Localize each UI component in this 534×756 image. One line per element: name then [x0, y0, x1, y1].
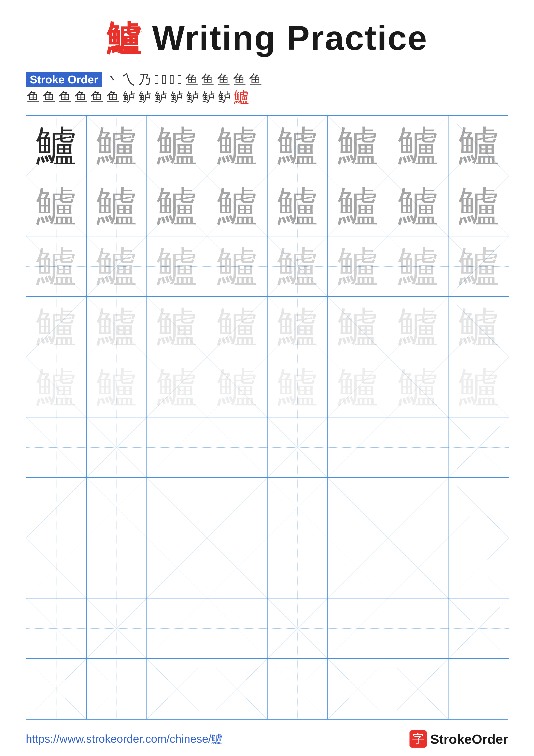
grid-cell[interactable]: [26, 418, 87, 478]
grid-cell[interactable]: [147, 478, 207, 538]
page-title: 鱸 Writing Practice: [106, 17, 428, 59]
grid-cell[interactable]: 鱸: [328, 116, 388, 176]
grid-cell[interactable]: 鱸: [267, 176, 328, 236]
grid-cell[interactable]: [87, 538, 147, 599]
grid-cell[interactable]: 鱸: [26, 357, 87, 418]
grid-cell[interactable]: 鱸: [388, 116, 448, 176]
grid-cell[interactable]: 鱸: [207, 357, 267, 418]
grid-cell[interactable]: [207, 418, 267, 478]
grid-cell[interactable]: [87, 659, 147, 719]
practice-char: 鱸: [448, 176, 509, 236]
grid-cell[interactable]: 鱸: [448, 116, 509, 176]
grid-cell[interactable]: 鱸: [328, 357, 388, 418]
grid-cell[interactable]: 鱸: [87, 297, 147, 357]
grid-cell[interactable]: 鱸: [26, 176, 87, 236]
grid-cell[interactable]: [87, 418, 147, 478]
grid-cell[interactable]: 鱸: [147, 297, 207, 357]
grid-cell[interactable]: [267, 599, 328, 659]
practice-char: 鱸: [328, 116, 388, 176]
grid-cell[interactable]: 鱸: [448, 176, 509, 236]
practice-char: 鱸: [26, 176, 86, 236]
grid-cell[interactable]: 鱸: [26, 116, 87, 176]
grid-cell[interactable]: [448, 418, 509, 478]
grid-cell[interactable]: 鱸: [207, 236, 267, 297]
grid-cell[interactable]: [87, 478, 147, 538]
grid-cell[interactable]: 鱸: [328, 176, 388, 236]
grid-cell[interactable]: 鱸: [147, 116, 207, 176]
stroke-char: 𫠜: [169, 73, 175, 86]
grid-cell[interactable]: [147, 538, 207, 599]
grid-cell[interactable]: [328, 659, 388, 719]
grid-cell[interactable]: 鱸: [207, 116, 267, 176]
grid-cell[interactable]: 鱸: [147, 176, 207, 236]
grid-cell[interactable]: [87, 599, 147, 659]
grid-cell[interactable]: [207, 538, 267, 599]
grid-cell[interactable]: [207, 599, 267, 659]
grid-cell[interactable]: 鱸: [147, 236, 207, 297]
grid-cell[interactable]: [448, 599, 509, 659]
logo-text: StrokeOrder: [430, 731, 508, 747]
grid-cell[interactable]: 鱸: [328, 297, 388, 357]
grid-cell[interactable]: 鱸: [388, 297, 448, 357]
grid-cell[interactable]: [267, 538, 328, 599]
grid-cell[interactable]: [448, 659, 509, 719]
grid-cell[interactable]: [328, 599, 388, 659]
stroke-char: 𫠜: [177, 73, 183, 86]
grid-cell[interactable]: [448, 478, 509, 538]
grid-cell[interactable]: [267, 478, 328, 538]
footer: https://www.strokeorder.com/chinese/鱸 字 …: [26, 730, 508, 747]
grid-cell[interactable]: 鱸: [388, 176, 448, 236]
practice-char: 鱸: [388, 297, 448, 357]
grid-cell[interactable]: 鱸: [388, 357, 448, 418]
grid-cell[interactable]: [328, 478, 388, 538]
grid-cell[interactable]: 鱸: [448, 297, 509, 357]
grid-cell[interactable]: [448, 538, 509, 599]
grid-cell[interactable]: [267, 418, 328, 478]
grid-cell[interactable]: [147, 659, 207, 719]
grid-cell[interactable]: [267, 659, 328, 719]
grid-row-1: 鱸 鱸 鱸 鱸 鱸 鱸 鱸: [26, 116, 508, 176]
practice-char: 鱸: [207, 236, 267, 296]
footer-url[interactable]: https://www.strokeorder.com/chinese/鱸: [26, 731, 222, 746]
grid-cell[interactable]: [388, 659, 448, 719]
stroke-char: 乀: [121, 73, 136, 86]
grid-cell[interactable]: 鱸: [87, 236, 147, 297]
grid-cell[interactable]: 鱸: [26, 236, 87, 297]
grid-cell[interactable]: [388, 538, 448, 599]
grid-cell[interactable]: [26, 599, 87, 659]
grid-cell[interactable]: 鱸: [87, 176, 147, 236]
grid-cell[interactable]: 鱸: [87, 116, 147, 176]
grid-cell[interactable]: [328, 538, 388, 599]
grid-cell[interactable]: [26, 659, 87, 719]
stroke-char: 鲈: [217, 90, 232, 104]
grid-cell[interactable]: [328, 418, 388, 478]
grid-cell[interactable]: 鱸: [207, 297, 267, 357]
grid-cell[interactable]: [147, 599, 207, 659]
grid-cell[interactable]: 鱸: [448, 357, 509, 418]
grid-cell[interactable]: 鱸: [267, 357, 328, 418]
grid-cell[interactable]: 鱸: [448, 236, 509, 297]
grid-cell[interactable]: 鱸: [267, 297, 328, 357]
grid-cell[interactable]: 鱸: [267, 116, 328, 176]
stroke-char: 鱼: [42, 90, 57, 104]
grid-cell[interactable]: [26, 478, 87, 538]
grid-cell[interactable]: [207, 659, 267, 719]
grid-cell[interactable]: 鱸: [87, 357, 147, 418]
grid-cell[interactable]: 鱸: [207, 176, 267, 236]
grid-cell[interactable]: [388, 418, 448, 478]
grid-cell[interactable]: 鱸: [388, 236, 448, 297]
grid-cell[interactable]: [26, 538, 87, 599]
stroke-char: 鲈: [138, 90, 152, 104]
grid-cell[interactable]: 鱸: [328, 236, 388, 297]
grid-row-6: [26, 418, 508, 478]
grid-cell[interactable]: [388, 478, 448, 538]
grid-cell[interactable]: 鱸: [147, 357, 207, 418]
grid-cell[interactable]: 鱸: [26, 297, 87, 357]
stroke-char: 𫠜: [161, 73, 167, 86]
practice-char: 鱸: [147, 357, 207, 417]
grid-cell[interactable]: [207, 478, 267, 538]
grid-cell[interactable]: [147, 418, 207, 478]
grid-cell[interactable]: 鱸: [267, 236, 328, 297]
grid-cell[interactable]: [388, 599, 448, 659]
practice-char: 鱸: [328, 176, 388, 236]
